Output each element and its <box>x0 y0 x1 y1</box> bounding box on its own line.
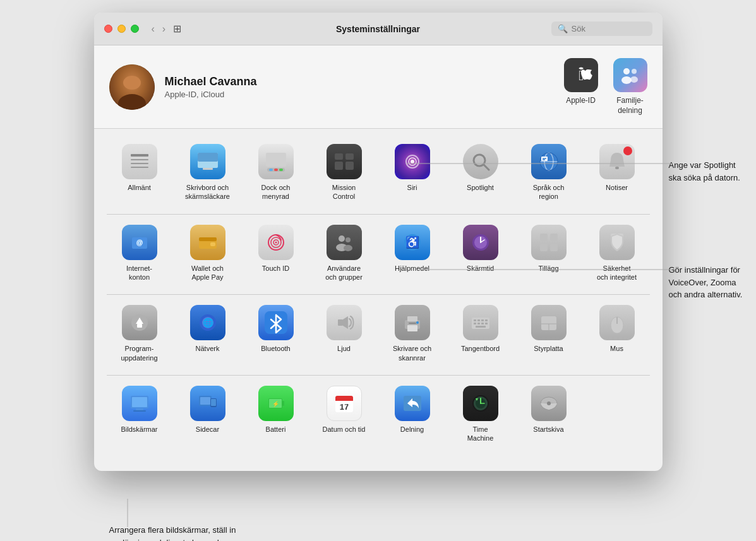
family-sharing-label: Familje-delning <box>616 96 644 116</box>
pref-ljud[interactable]: Ljud <box>311 300 377 367</box>
tillagg-icon <box>531 225 567 260</box>
minimize-button[interactable] <box>117 25 126 33</box>
svg-rect-92 <box>136 408 143 410</box>
pref-sidecar[interactable]: Sidecar <box>175 381 241 448</box>
pref-tillagg[interactable]: Tillägg <box>516 220 582 287</box>
mus-icon <box>599 305 635 340</box>
apple-id-icon:  <box>564 58 598 92</box>
batteri-label: Batteri <box>266 425 286 434</box>
pref-bildskarm[interactable]: Bildskärmar <box>107 381 172 448</box>
anvandare-icon <box>327 225 362 260</box>
pref-internet[interactable]: @ Internet-konton <box>107 220 172 287</box>
svg-rect-95 <box>200 397 210 405</box>
pref-skrivare[interactable]: Skrivare ochskannrar <box>380 300 445 367</box>
pref-startskiva[interactable]: Startskiva <box>516 381 582 448</box>
svg-rect-7 <box>131 163 148 164</box>
pref-touchid[interactable]: Touch ID <box>243 220 309 287</box>
tangentbord-label: Tangentbord <box>461 344 500 353</box>
delning-label: Delning <box>400 425 424 434</box>
mission-icon <box>327 144 362 179</box>
svg-point-4 <box>630 76 638 83</box>
svg-text:♿: ♿ <box>405 235 420 249</box>
pref-tangentbord[interactable]: Tangentbord <box>448 300 513 367</box>
pref-styrplatta[interactable]: Styrplatta <box>516 300 582 367</box>
search-input[interactable] <box>572 24 646 33</box>
pref-sakerhet[interactable]: Säkerhetoch integritet <box>584 220 650 287</box>
batteri-icon: ⚡ <box>258 386 294 421</box>
pref-sprak[interactable]: Språk ochregion <box>516 139 582 206</box>
dock-icon <box>258 144 294 179</box>
delning-icon <box>395 386 430 421</box>
pref-mission[interactable]: MissionControl <box>311 139 377 206</box>
pref-program[interactable]: Program-uppdatering <box>107 300 172 367</box>
prefs-row-1: Allmänt <box>107 139 650 206</box>
close-button[interactable] <box>104 25 112 33</box>
pref-wallet[interactable]: Wallet ochApple Pay <box>175 220 241 287</box>
bluetooth-label: Bluetooth <box>261 344 290 353</box>
pref-delning[interactable]: Delning <box>380 381 445 448</box>
pref-hjalpmedel[interactable]: ♿ Hjälpmedel <box>380 220 445 287</box>
window-title: Systeminställningar <box>336 24 420 34</box>
allmant-icon <box>122 144 157 179</box>
back-button[interactable]: ‹ <box>149 22 157 36</box>
family-sharing-icon <box>613 58 647 92</box>
forward-button[interactable]: › <box>160 22 168 36</box>
pref-datum[interactable]: 17 Jun Datum och tid <box>311 381 377 448</box>
prefs-row-4: Bildskärmar <box>107 381 650 448</box>
wallet-label: Wallet ochApple Pay <box>191 264 224 282</box>
prefs-section-1: Allmänt <box>107 139 650 215</box>
pref-skrivbord[interactable]: Skrivbord ochskärmsläckare <box>175 139 241 206</box>
pref-timemachine[interactable]: TimeMachine <box>448 381 513 448</box>
allmant-label: Allmänt <box>128 183 151 192</box>
natverk-icon: 🌐 <box>190 305 225 340</box>
maximize-button[interactable] <box>131 25 139 33</box>
svg-point-43 <box>275 241 277 243</box>
skarmtid-label: Skärmtid <box>467 264 494 273</box>
svg-text:@: @ <box>136 239 143 246</box>
pref-mus[interactable]: Mus <box>584 300 650 367</box>
search-icon: 🔍 <box>558 24 568 33</box>
search-bar[interactable]: 🔍 <box>551 21 652 36</box>
pref-notiser[interactable]: Notiser <box>584 139 650 206</box>
pref-anvandare[interactable]: Användareoch grupper <box>311 220 377 287</box>
svg-rect-11 <box>203 168 213 170</box>
sprak-label: Språk ochregion <box>533 183 565 201</box>
pref-natverk[interactable]: 🌐 Nätverk <box>175 300 241 367</box>
pref-spotlight[interactable]: Spotlight <box>448 139 513 206</box>
pref-bluetooth[interactable]: Bluetooth <box>243 300 309 367</box>
notification-badge <box>623 146 632 155</box>
prefs-row-3: Program-uppdatering 🌐 <box>107 300 650 367</box>
siri-label: Siri <box>407 183 417 192</box>
svg-rect-16 <box>279 169 283 171</box>
pref-siri[interactable]: Siri <box>380 139 445 206</box>
profile-info: Michael Cavanna Apple-ID, iCloud <box>165 75 257 99</box>
svg-rect-6 <box>131 159 148 160</box>
dock-label: Dock ochmenyrad <box>261 183 291 201</box>
apple-id-button[interactable]:  Apple-ID <box>564 58 598 116</box>
sidecar-icon <box>190 386 225 421</box>
svg-rect-8 <box>131 167 148 168</box>
svg-rect-97 <box>211 399 216 406</box>
internet-icon: @ <box>122 225 157 260</box>
family-icon-svg <box>619 64 642 86</box>
timemachine-icon <box>463 386 498 421</box>
svg-rect-58 <box>550 244 558 251</box>
sidecar-label: Sidecar <box>196 425 219 434</box>
displays-annotation-text: Arrangera flera bildskärmar, ställ inupp… <box>109 524 381 541</box>
startskiva-icon <box>531 386 567 421</box>
svg-point-44 <box>339 235 345 242</box>
accessibility-annotation: Gör inställningar förVoiceOver, Zoomaoch… <box>669 264 757 301</box>
sakerhet-icon <box>599 225 635 260</box>
family-sharing-button[interactable]: Familje-delning <box>613 58 647 116</box>
svg-rect-18 <box>345 153 354 160</box>
pref-skarmtid[interactable]: Skärmtid <box>448 220 513 287</box>
pref-batteri[interactable]: ⚡ Batteri <box>243 381 309 448</box>
pref-dock[interactable]: Dock ochmenyrad <box>243 139 309 206</box>
pref-allmant[interactable]: Allmänt <box>107 139 172 206</box>
skrivbord-icon <box>190 144 225 179</box>
grid-view-button[interactable]: ⊞ <box>173 23 181 35</box>
sakerhet-label: Säkerhetoch integritet <box>597 264 637 282</box>
hjalpmedel-label: Hjälpmedel <box>395 264 429 273</box>
svg-rect-91 <box>132 397 147 407</box>
siri-icon <box>395 144 430 179</box>
